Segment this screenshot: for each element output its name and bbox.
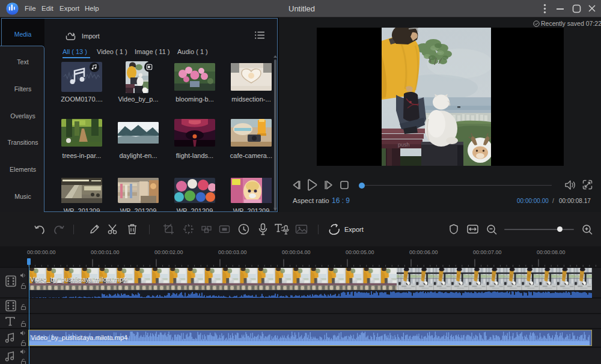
svg-text:push: push xyxy=(398,142,410,148)
